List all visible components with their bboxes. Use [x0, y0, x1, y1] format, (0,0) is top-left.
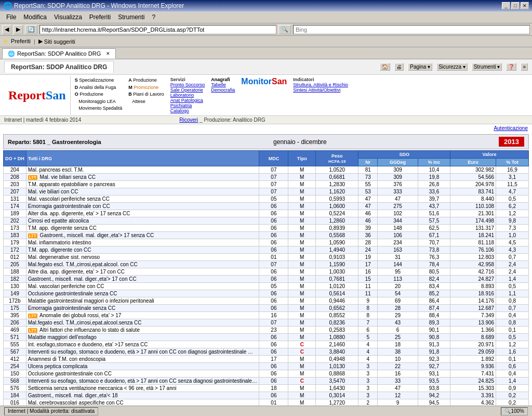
- back-button[interactable]: ◀: [2, 25, 11, 34]
- minimize-button[interactable]: _: [502, 2, 510, 9]
- svc-lab[interactable]: Laboratorio: [170, 93, 205, 98]
- menu-help[interactable]: ?: [149, 12, 159, 22]
- cell-euro: 8.893: [450, 283, 496, 290]
- app-title-tab: ReportSan: SDOP Analitico DRG: [4, 61, 114, 73]
- cell-pct: 0,5: [496, 283, 529, 290]
- cell-nr: 3: [358, 370, 378, 378]
- ricoveri-link[interactable]: Ricoveri: [179, 117, 198, 123]
- cell-tipo: M: [288, 276, 316, 283]
- cell-ggdeg: 309: [378, 166, 418, 174]
- security-button[interactable]: Sicurezza ▾: [436, 63, 468, 71]
- cell-desc: LTT Anomalie dei globuli rossi, eta' > 1…: [26, 312, 259, 319]
- cell-mdc: 17: [259, 356, 288, 363]
- svc-cat[interactable]: Catalogo: [170, 108, 205, 113]
- table-row: 174 Emorragia gastrointestinale con CC 0…: [4, 203, 529, 210]
- data-table: DO + DH Tutti i DRG MDC Tipo PesoHCFA-19…: [3, 150, 529, 416]
- cell-nr: 53: [358, 188, 378, 196]
- cell-code: 184: [4, 392, 26, 399]
- cell-ggdeg: 22: [378, 363, 418, 370]
- cell-pct: 0,7: [496, 254, 529, 261]
- cell-pct: 1,1: [496, 290, 529, 297]
- suggest-icon: ▶: [38, 38, 43, 45]
- forward-button[interactable]: ▶: [14, 25, 23, 34]
- cell-ggdeg: 33: [378, 378, 418, 385]
- nav-movimento[interactable]: Movimento Spedalità: [75, 105, 123, 112]
- table-row: 130 Mal. vascolari periferiche con CC 05…: [4, 283, 529, 290]
- cell-tipo: M: [288, 181, 316, 188]
- cell-peso: 0,6562: [316, 305, 358, 312]
- nav-a[interactable]: A Produzione: [128, 77, 164, 84]
- cell-mdc: 06: [259, 334, 288, 341]
- statusbar: Internet | Modalità protetta: disattivat…: [0, 406, 532, 416]
- cell-desc: LTT Gastroent., miscell. mal. diger.,eta…: [26, 232, 259, 239]
- maximize-button[interactable]: □: [511, 2, 520, 9]
- tab-close-icon[interactable]: ✕: [106, 51, 110, 56]
- nav-d[interactable]: D Analisi della Fuga: [75, 84, 123, 92]
- cell-nr: 8: [358, 312, 378, 319]
- tools-button[interactable]: Strumenti ▾: [472, 63, 502, 71]
- help-button[interactable]: ❓: [506, 63, 516, 71]
- refresh-button[interactable]: 🔄: [25, 25, 37, 34]
- cell-pct: 1,6: [496, 348, 529, 356]
- cell-inc: 90,8: [418, 334, 450, 341]
- services-section: Servizi Pronto Soccorso Sale Operatorie …: [170, 77, 205, 113]
- cell-tipo: M: [288, 174, 316, 181]
- cell-nr: 4: [358, 341, 378, 348]
- cell-mdc: 05: [259, 196, 288, 203]
- cell-inc: 57,5: [418, 217, 450, 225]
- table-row: 204 Mal. pancreas escl. T.M. 07 M 1,0520…: [4, 166, 529, 174]
- nav-o[interactable]: O Produzione Monitoraggio LEA: [75, 91, 123, 105]
- cell-tipo: M: [288, 392, 316, 399]
- cell-desc: Anamnesi di T.M. con endoscopia: [26, 356, 259, 363]
- menu-strumenti[interactable]: Strumenti: [115, 12, 148, 22]
- cell-euro: 76.106: [450, 246, 496, 254]
- cell-tipo: C: [288, 348, 316, 356]
- nav-b[interactable]: B Piani di Lavoro Attese: [128, 91, 164, 105]
- nav-m[interactable]: M Promozione: [128, 84, 164, 92]
- cell-peso: 1,6430: [316, 385, 358, 392]
- bing-search-input[interactable]: [293, 25, 530, 34]
- cell-tipo: M: [288, 210, 316, 217]
- close-button[interactable]: ✕: [521, 2, 529, 9]
- menu-preferiti[interactable]: Preferiti: [86, 12, 114, 22]
- svc-so[interactable]: Sale Operatorie: [170, 87, 205, 93]
- ind-sintesi[interactable]: Sintesi Attività/Obiettivi: [293, 87, 348, 93]
- search-button[interactable]: 🔍: [278, 25, 291, 34]
- svc-psi[interactable]: Psichiatria: [170, 103, 205, 108]
- app-logo-area: ReportSan: SDOP Analitico DRG: [4, 61, 114, 73]
- menu-modifica[interactable]: Modifica: [20, 12, 50, 22]
- cell-nr: 73: [358, 174, 378, 181]
- cell-code: 183: [4, 232, 26, 239]
- cell-desc: Mal. pancreas escl. T.M.: [26, 166, 259, 174]
- cell-peso: 3,5470: [316, 378, 358, 385]
- cell-euro: 14.176: [450, 297, 496, 305]
- svc-ps[interactable]: Pronto Soccorso: [170, 82, 205, 87]
- cell-mdc: 05: [259, 283, 288, 290]
- cell-pct: 0,8: [496, 319, 529, 327]
- menu-file[interactable]: File: [3, 12, 19, 22]
- cell-euro: 18.241: [450, 232, 496, 239]
- app-topnav: ReportSan: SDOP Analitico DRG 🏠 🖨 Pagina…: [0, 59, 532, 75]
- extra-button[interactable]: »: [521, 63, 528, 71]
- active-tab[interactable]: 🌐 ReportSan: SDOP Analitico DRG ✕: [2, 48, 116, 59]
- menu-visualizza[interactable]: Visualizza: [51, 12, 85, 22]
- print-button[interactable]: 🖨: [394, 63, 404, 71]
- header-row-1: DO + DH Tutti i DRG MDC Tipo PesoHCFA-19…: [4, 151, 529, 159]
- ana-tabelle[interactable]: Tabelle: [211, 82, 235, 87]
- auth-link[interactable]: Autenticazione: [494, 125, 528, 131]
- cell-pct: 0,6: [496, 363, 529, 370]
- page-button[interactable]: Pagina ▾: [408, 63, 432, 71]
- svc-anat[interactable]: Anat Patologica: [170, 98, 205, 103]
- suggest-item[interactable]: ▶ Siti suggeriti: [38, 38, 75, 45]
- nav-s[interactable]: S Specializzazione: [75, 77, 123, 84]
- address-input[interactable]: [39, 25, 276, 34]
- cell-nr: 55: [358, 181, 378, 188]
- ind-struttura[interactable]: Struttura, Attività e Rischio: [293, 82, 348, 87]
- home-button[interactable]: 🏠: [380, 63, 390, 71]
- cell-euro: 7.431: [450, 370, 496, 378]
- statusbar-left: Internet | Modalità protetta: disattivat…: [4, 407, 98, 415]
- cell-mdc: 06: [259, 341, 288, 348]
- cell-ggdeg: 275: [378, 203, 418, 210]
- scrollable-content[interactable]: DO + DH Tutti i DRG MDC Tipo PesoHCFA-19…: [3, 150, 529, 416]
- ana-demo[interactable]: Democrafia: [211, 87, 235, 93]
